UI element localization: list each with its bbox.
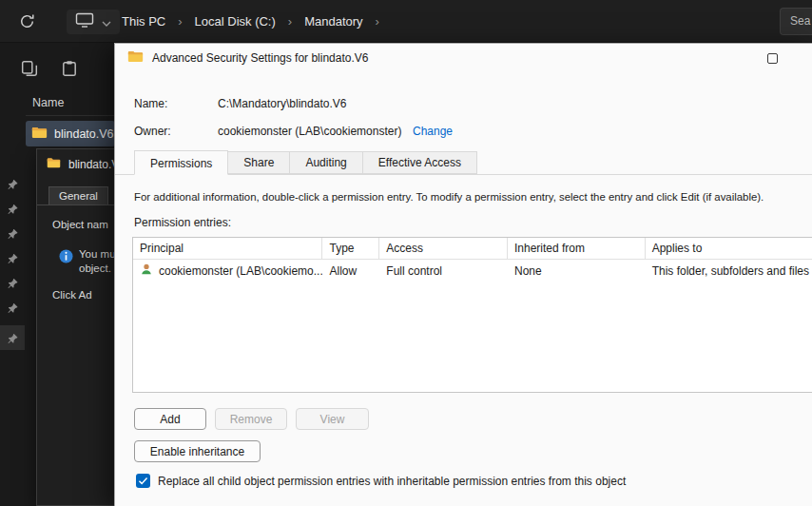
header-principal[interactable]: Principal <box>133 238 322 259</box>
remove-button[interactable]: Remove <box>215 408 287 430</box>
folder-icon <box>31 126 48 143</box>
desktop: This PC › Local Disk (C:) › Mandatory › … <box>0 0 812 506</box>
copy-icon[interactable] <box>21 60 38 77</box>
properties-dialog-title: blindato.V <box>68 158 119 171</box>
file-name: blindato.V6 <box>54 127 114 141</box>
header-access[interactable]: Access <box>379 238 508 259</box>
folder-icon <box>127 49 144 67</box>
click-advanced-text: Click Ad <box>52 289 92 301</box>
chevron-right-icon: › <box>365 14 390 29</box>
column-header-name[interactable]: Name <box>32 96 64 109</box>
enable-inheritance-button[interactable]: Enable inheritance <box>134 440 261 462</box>
breadcrumb-this-pc[interactable]: This PC <box>120 10 167 32</box>
maximize-button[interactable] <box>767 53 778 64</box>
pin-icon[interactable] <box>7 202 19 214</box>
pin-icon[interactable] <box>7 226 19 239</box>
permission-entries-label: Permission entries: <box>134 216 231 229</box>
this-pc-icon <box>75 12 94 31</box>
breadcrumb-mandatory[interactable]: Mandatory <box>302 10 364 32</box>
chevron-right-icon: › <box>278 14 302 29</box>
table-header-row: Principal Type Access Inherited from App… <box>133 238 812 260</box>
paste-icon[interactable] <box>61 60 78 77</box>
tab-effective-access[interactable]: Effective Access <box>363 151 477 174</box>
address-location-button[interactable] <box>67 10 120 34</box>
header-applies-to[interactable]: Applies to <box>646 238 812 259</box>
tab-general[interactable]: General <box>48 186 108 204</box>
cell-inherited-from: None <box>508 264 646 278</box>
tab-permissions[interactable]: Permissions <box>134 150 228 175</box>
view-button[interactable]: View <box>296 408 369 430</box>
properties-dialog-titlebar[interactable]: blindato.V <box>47 157 119 171</box>
info-icon <box>59 249 73 263</box>
chevron-down-icon <box>102 13 111 30</box>
cell-principal: cookiemonster (LAB\cookiemo... <box>133 263 322 279</box>
breadcrumb: This PC › Local Disk (C:) › Mandatory › <box>120 0 390 43</box>
permission-entries-table: Principal Type Access Inherited from App… <box>132 237 812 393</box>
name-label: Name: <box>134 97 167 110</box>
replace-permissions-label: Replace all child object permission entr… <box>158 475 626 488</box>
column-divider <box>26 115 114 116</box>
principal-text: cookiemonster (LAB\cookiemo... <box>159 264 322 278</box>
dialog-title: Advanced Security Settings for blindato.… <box>152 51 368 65</box>
user-icon <box>140 263 153 279</box>
pin-icon[interactable] <box>7 177 19 189</box>
refresh-icon[interactable] <box>19 13 35 29</box>
table-row[interactable]: cookiemonster (LAB\cookiemo... Allow Ful… <box>133 260 812 282</box>
security-tabs: Permissions Share Auditing Effective Acc… <box>115 152 812 175</box>
header-type[interactable]: Type <box>322 238 379 259</box>
cell-type: Allow <box>322 264 379 278</box>
explorer-address-bar: This PC › Local Disk (C:) › Mandatory › … <box>0 0 812 43</box>
owner-label: Owner: <box>134 125 171 138</box>
advanced-security-dialog: Advanced Security Settings for blindato.… <box>114 43 812 506</box>
chevron-right-icon: › <box>167 14 192 29</box>
search-input[interactable]: Sea <box>780 8 812 35</box>
dialog-titlebar[interactable]: Advanced Security Settings for blindato.… <box>115 44 812 72</box>
cell-applies-to: This folder, subfolders and files <box>646 264 812 278</box>
add-button[interactable]: Add <box>134 408 206 430</box>
permissions-warning-line2: object. <box>79 263 111 274</box>
permissions-description: For additional information, double-click… <box>134 191 764 203</box>
folder-icon <box>47 157 61 171</box>
pin-icon[interactable] <box>7 276 19 288</box>
pin-icon[interactable] <box>7 251 19 263</box>
name-value: C:\Mandatory\blindato.V6 <box>218 97 346 110</box>
object-name-label: Object nam <box>52 219 108 230</box>
replace-permissions-checkbox[interactable] <box>136 474 150 488</box>
change-owner-link[interactable]: Change <box>413 125 453 138</box>
header-inherited-from[interactable]: Inherited from <box>508 238 646 259</box>
breadcrumb-local-disk-c[interactable]: Local Disk (C:) <box>193 10 278 32</box>
cell-access: Full control <box>379 264 508 278</box>
tab-share[interactable]: Share <box>228 151 290 174</box>
owner-value: cookiemonster (LAB\cookiemonster) <box>218 125 401 138</box>
tab-auditing[interactable]: Auditing <box>290 151 362 174</box>
file-row-selected[interactable]: blindato.V6 <box>26 121 115 146</box>
pin-icon[interactable] <box>7 331 19 343</box>
pin-icon[interactable] <box>7 301 19 313</box>
